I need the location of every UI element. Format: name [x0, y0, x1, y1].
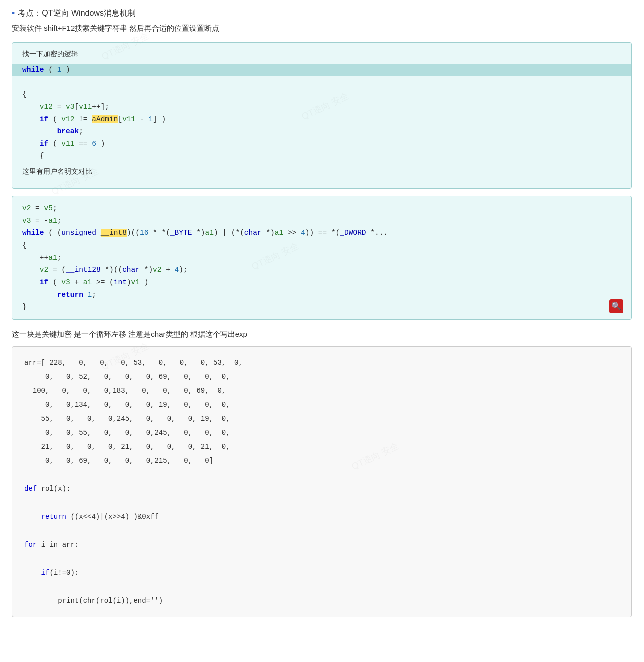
arr-line-5: 55, 0, 0, 0,245, 0, 0, 0, 19, 0, [24, 415, 230, 423]
if-kw: if [42, 569, 50, 577]
print-stmt: print(chr(rol(i)),end='') [58, 597, 163, 605]
code-content-1: while ( 1 ) { v12 = v3[v11++]; if ( v12 … [22, 64, 622, 162]
def-rol: def [24, 485, 37, 493]
for-kw: for [24, 541, 37, 549]
return-expr: ((x<<4)|(x>>4) )&0xff [70, 513, 158, 521]
header-section: • 考点：QT逆向 Windows消息机制 安装软件 shift+F12搜索关键… [12, 8, 632, 33]
code-content-2: v2 = v5; v3 = -a1; while ( (unsigned __i… [22, 202, 622, 313]
bullet-icon: • [12, 8, 15, 19]
code-block-1: 找一下加密的逻辑 while ( 1 ) { v12 = v3[v11++]; … [12, 42, 632, 189]
highlighted-line: while ( 1 ) [12, 64, 632, 76]
title-text: 考点：QT逆向 Windows消息机制 [18, 8, 136, 19]
code-block-2: v2 = v5; v3 = -a1; while ( (unsigned __i… [12, 196, 632, 320]
code-block-1-label: 找一下加密的逻辑 [22, 50, 622, 59]
header-subtitle: 安装软件 shift+F12搜索关键字符串 然后再合适的位置设置断点 [12, 24, 632, 33]
arr-line: arr=[ 228, 0, 0, 0, 53, 0, 0, 0, 53, 0, [24, 359, 243, 367]
rol-funcname: rol(x): [42, 485, 71, 493]
note-text-1: 这里有用户名明文对比 [22, 167, 622, 176]
if-expr: (i!=0): [50, 569, 79, 577]
header-title: • 考点：QT逆向 Windows消息机制 [12, 8, 632, 19]
arr-line-3: 100, 0, 0, 0,183, 0, 0, 0, 69, 0, [24, 387, 226, 395]
return-kw: return [42, 513, 66, 521]
arr-line-4: 0, 0,134, 0, 0, 0, 19, 0, 0, 0, [24, 401, 230, 409]
arr-line-8: 0, 0, 69, 0, 0, 0,215, 0, 0] [24, 457, 214, 465]
for-expr: i in arr: [42, 541, 80, 549]
red-search-icon[interactable]: 🔍 [610, 299, 624, 313]
arr-line-2: 0, 0, 52, 0, 0, 0, 69, 0, 0, 0, [24, 373, 230, 381]
arr-line-6: 0, 0, 55, 0, 0, 0,245, 0, 0, 0, [24, 429, 230, 437]
arr-line-7: 21, 0, 0, 0, 21, 0, 0, 0, 21, 0, [24, 443, 230, 451]
python-code-block: arr=[ 228, 0, 0, 0, 53, 0, 0, 0, 53, 0, … [12, 346, 632, 617]
section-desc: 这一块是关键加密 是一个循环左移 注意是char类型的 根据这个写出exp [12, 330, 632, 339]
